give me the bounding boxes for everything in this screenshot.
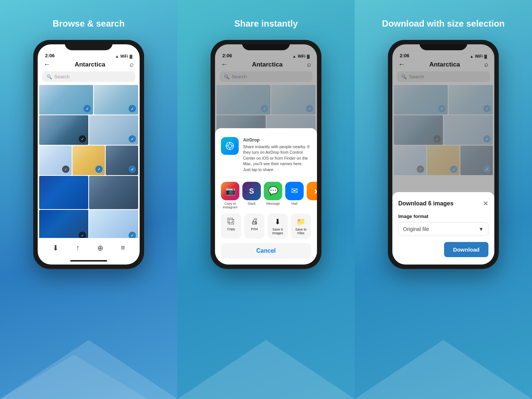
grid-cell-11[interactable]: ✓ [89, 210, 138, 238]
search-icon-1[interactable]: ⌕ [130, 61, 134, 68]
save-images-icon: ⬇ [274, 217, 281, 226]
dialog-header: Download 6 images ✕ [398, 200, 488, 208]
share-apps-row: 📷 Copy to Instagram S Slack 💬 Message ✉ … [221, 182, 311, 209]
slack-label: Slack [248, 202, 256, 205]
panel-download: Download with size selection 2:06 ▲ WiFi… [355, 0, 532, 399]
format-select[interactable]: Original file ▼ [398, 222, 488, 236]
phone-screen-3: 2:06 ▲ WiFi ▓ ← Antarctica ⌕ 🔍 Search [392, 44, 494, 265]
status-time-1: 2:06 [45, 53, 55, 58]
airdrop-text: AirDrop Share instantly with people near… [243, 137, 311, 173]
nav-bar-1: ← Antarctica ⌕ [38, 61, 140, 71]
check-2: ✓ [129, 105, 136, 112]
panel-2-title: Share instantly [234, 18, 298, 29]
grid-row-2: ✓ ✓ [39, 115, 138, 145]
phone-1: 2:06 ▲ WiFi ▓ ← Antarctica ⌕ 🔍 Search [33, 40, 144, 269]
print-icon: 🖨 [251, 217, 258, 226]
svg-marker-9 [355, 340, 532, 399]
grid-cell-7[interactable]: ✓ [106, 146, 138, 175]
copy-icon: ⿻ [228, 217, 235, 226]
check-5: ✓ [62, 166, 69, 173]
more-icon: › [307, 182, 317, 200]
mail-icon: ✉ [285, 182, 304, 200]
bottom-toolbar-1: ⬇ ↑ ⊕ ≡ [38, 238, 140, 257]
phone-notch-1 [65, 40, 113, 50]
phone-3: 2:06 ▲ WiFi ▓ ← Antarctica ⌕ 🔍 Search [388, 40, 499, 269]
dialog-title: Download 6 images [398, 200, 453, 207]
save-images-label: Save 6 Images [269, 228, 286, 235]
action-save-files[interactable]: 📁 Save to Files [291, 214, 311, 239]
mail-label: Mail [291, 202, 298, 205]
close-icon[interactable]: ✕ [483, 200, 488, 208]
check-3: ✓ [79, 135, 86, 143]
battery-icon: ▓ [130, 54, 132, 58]
panel-browse: Browse & search 2:06 ▲ WiFi ▓ ← Antarcti… [0, 0, 177, 399]
grid-cell-8[interactable] [39, 176, 88, 209]
save-files-icon: 📁 [296, 217, 306, 226]
grid-row-4 [39, 176, 138, 209]
search-placeholder-1: Search [54, 74, 69, 79]
edit-toolbar-icon[interactable]: ⊕ [97, 243, 103, 252]
download-button[interactable]: Download [444, 242, 488, 257]
airdrop-row: AirDrop Share instantly with people near… [221, 134, 311, 177]
grid-cell-3[interactable]: ✓ [39, 115, 88, 145]
check-10: ✓ [79, 232, 86, 238]
grid-cell-5[interactable]: ✓ [39, 146, 72, 175]
phone-screen-2: 2:06 ▲ WiFi ▓ ← Antarctica ⌕ 🔍 Search [215, 44, 317, 265]
svg-point-4 [228, 144, 232, 148]
panel-1-title: Browse & search [53, 18, 125, 29]
image-grid-1: ✓ ✓ ✓ ✓ [38, 85, 140, 238]
search-bar-1[interactable]: 🔍 Search [42, 71, 135, 82]
grid-cell-6[interactable]: ✓ [72, 146, 105, 175]
save-files-label: Save to Files [292, 228, 310, 235]
instagram-icon: 📷 [221, 182, 239, 200]
grid-row-5: ✓ ✓ [39, 210, 138, 238]
home-indicator-1 [38, 257, 140, 265]
copy-label: Copy [227, 227, 235, 231]
action-print[interactable]: 🖨 Print [244, 214, 265, 239]
grid-cell-1[interactable]: ✓ [39, 85, 93, 115]
action-copy[interactable]: ⿻ Copy [221, 214, 241, 239]
share-actions-row: ⿻ Copy 🖨 Print ⬇ Save 6 Images 📁 Save to… [221, 214, 311, 239]
share-sheet: AirDrop Share instantly with people near… [215, 128, 317, 265]
check-11: ✓ [129, 232, 136, 238]
download-dialog: Download 6 images ✕ Image format Origina… [392, 192, 494, 265]
menu-toolbar-icon[interactable]: ≡ [121, 243, 125, 252]
cancel-button[interactable]: Cancel [221, 243, 311, 259]
status-icons-1: ▲ WiFi ▓ [115, 54, 132, 58]
wifi-icon: WiFi [120, 54, 128, 58]
messages-label: Message [266, 202, 280, 205]
share-app-instagram[interactable]: 📷 Copy to Instagram [221, 182, 239, 209]
phone-screen-1: 2:06 ▲ WiFi ▓ ← Antarctica ⌕ 🔍 Search [38, 44, 140, 265]
grid-cell-10[interactable]: ✓ [39, 210, 88, 238]
grid-cell-4[interactable]: ✓ [89, 115, 138, 145]
check-4: ✓ [129, 135, 136, 143]
share-app-slack[interactable]: S Slack [242, 182, 261, 209]
panel-3-title: Download with size selection [382, 18, 505, 29]
share-app-messages[interactable]: 💬 Message [264, 182, 282, 209]
panel-share: Share instantly 2:06 ▲ WiFi ▓ ← Antarcti… [177, 0, 355, 399]
grid-cell-2[interactable]: ✓ [94, 85, 138, 115]
grid-row-3: ✓ ✓ ✓ [39, 146, 138, 175]
format-value: Original file [403, 226, 429, 232]
grid-cell-9[interactable] [89, 176, 138, 209]
print-label: Print [251, 227, 258, 231]
airdrop-title: AirDrop [243, 137, 311, 143]
phone-2: 2:06 ▲ WiFi ▓ ← Antarctica ⌕ 🔍 Search [211, 40, 321, 269]
instagram-label: Copy to Instagram [221, 202, 239, 209]
nav-title-1: Antarctica [75, 61, 105, 68]
check-7: ✓ [129, 166, 136, 173]
action-save-images[interactable]: ⬇ Save 6 Images [267, 214, 288, 239]
back-icon-1[interactable]: ← [44, 61, 50, 68]
airdrop-description: Share instantly with people nearby. If t… [243, 144, 311, 173]
share-toolbar-icon[interactable]: ↑ [76, 243, 80, 252]
search-icon-small-1: 🔍 [47, 74, 52, 79]
messages-icon: 💬 [264, 182, 282, 200]
check-6: ✓ [95, 166, 103, 173]
share-app-mail[interactable]: ✉ Mail [285, 182, 304, 209]
grid-row-1: ✓ ✓ [39, 85, 138, 115]
airdrop-icon[interactable] [221, 137, 239, 155]
chevron-down-icon: ▼ [478, 226, 484, 232]
share-app-more[interactable]: › [307, 182, 317, 209]
svg-marker-2 [177, 340, 355, 399]
download-toolbar-icon[interactable]: ⬇ [52, 243, 59, 252]
